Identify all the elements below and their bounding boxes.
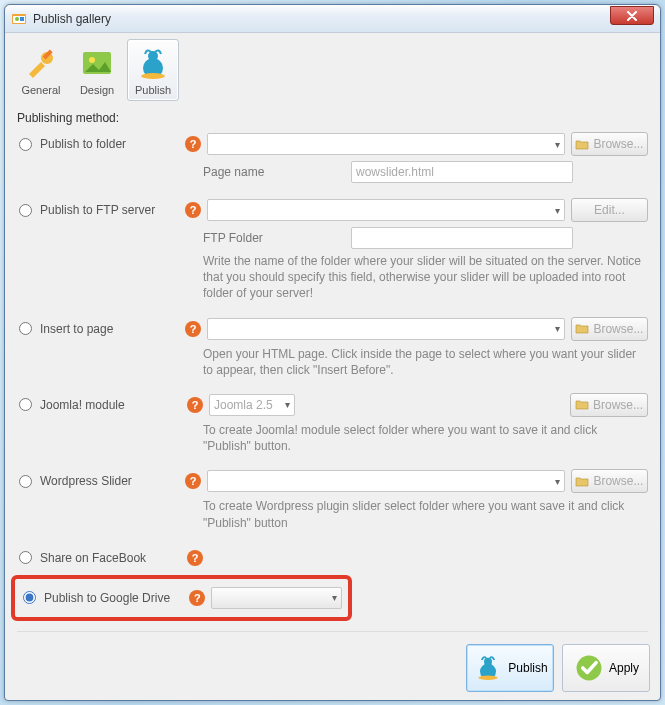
radio-folder-label: Publish to folder (40, 137, 126, 151)
footer-buttons: Publish Apply (466, 644, 650, 692)
page-name-label: Page name (203, 165, 343, 179)
wrench-icon (23, 46, 59, 82)
gdrive-combo[interactable]: ▾ (211, 587, 342, 609)
tab-general[interactable]: General (15, 39, 67, 101)
folder-icon (575, 139, 589, 150)
browse-wordpress-button[interactable]: Browse... (571, 469, 648, 493)
radio-folder[interactable] (19, 138, 32, 151)
publish-mascot-icon (135, 46, 171, 82)
radio-facebook-label: Share on FaceBook (40, 551, 146, 565)
radio-gdrive-label: Publish to Google Drive (44, 591, 170, 605)
help-icon[interactable]: ? (185, 321, 201, 337)
radio-wordpress-label: Wordpress Slider (40, 474, 132, 488)
tab-label: Publish (135, 84, 171, 96)
radio-joomla[interactable] (19, 398, 32, 411)
divider (17, 631, 648, 632)
ftp-server-combo[interactable]: ▾ (207, 199, 565, 221)
help-icon[interactable]: ? (187, 550, 203, 566)
radio-ftp-label: Publish to FTP server (40, 203, 155, 217)
publish-mascot-icon (472, 652, 504, 684)
method-gdrive-row: Publish to Google Drive ? ▾ (21, 585, 342, 611)
ftp-hint: Write the name of the folder where your … (203, 253, 648, 302)
tab-publish[interactable]: Publish (127, 39, 179, 101)
wordpress-combo[interactable]: ▾ (207, 470, 565, 492)
folder-path-combo[interactable]: ▾ (207, 133, 565, 155)
browse-insert-button[interactable]: Browse... (571, 317, 648, 341)
method-wordpress-row: Wordpress Slider ? ▾ Browse... (17, 468, 648, 494)
help-icon[interactable]: ? (189, 590, 205, 606)
insert-page-combo[interactable]: ▾ (207, 318, 565, 340)
tab-label: Design (80, 84, 114, 96)
titlebar: Publish gallery (5, 5, 660, 33)
ftp-folder-label: FTP Folder (203, 231, 343, 245)
wordpress-hint: To create Wordpress plugin slider select… (203, 498, 648, 530)
help-icon[interactable]: ? (185, 136, 201, 152)
help-icon[interactable]: ? (185, 473, 201, 489)
joomla-hint: To create Joomla! module select folder w… (203, 422, 648, 454)
tab-design[interactable]: Design (71, 39, 123, 101)
tab-label: General (21, 84, 60, 96)
radio-ftp[interactable] (19, 204, 32, 217)
method-folder-row: Publish to folder ? ▾ Browse... (17, 131, 648, 157)
folder-icon (575, 399, 589, 410)
page-name-input[interactable] (351, 161, 573, 183)
help-icon[interactable]: ? (185, 202, 201, 218)
check-circle-icon (573, 652, 605, 684)
method-ftp-row: Publish to FTP server ? ▾ Edit... (17, 197, 648, 223)
app-icon (11, 11, 27, 27)
radio-facebook[interactable] (19, 551, 32, 564)
joomla-version-combo[interactable]: Joomla 2.5▾ (209, 394, 295, 416)
help-icon[interactable]: ? (187, 397, 203, 413)
svg-point-12 (484, 658, 492, 666)
browse-folder-button[interactable]: Browse... (571, 132, 648, 156)
method-facebook-row: Share on FaceBook ? (17, 545, 648, 571)
browse-joomla-button[interactable]: Browse... (570, 393, 648, 417)
content-area: Publishing method: Publish to folder ? ▾… (5, 101, 660, 638)
svg-point-9 (148, 51, 158, 61)
section-label: Publishing method: (17, 111, 648, 125)
svg-point-7 (89, 57, 95, 63)
method-joomla-row: Joomla! module ? Joomla 2.5▾ Browse... (17, 392, 648, 418)
radio-joomla-label: Joomla! module (40, 398, 125, 412)
radio-insert-label: Insert to page (40, 322, 113, 336)
folder-icon (575, 476, 589, 487)
svg-point-10 (141, 73, 165, 79)
window-title: Publish gallery (33, 12, 610, 26)
method-insert-row: Insert to page ? ▾ Browse... (17, 316, 648, 342)
publish-button[interactable]: Publish (466, 644, 554, 692)
svg-point-13 (479, 676, 499, 680)
highlight-box: Publish to Google Drive ? ▾ (11, 575, 352, 621)
dialog-window: Publish gallery General Design Publish P… (4, 4, 661, 701)
picture-icon (79, 46, 115, 82)
tab-strip: General Design Publish (5, 33, 660, 101)
folder-icon (575, 323, 589, 334)
radio-wordpress[interactable] (19, 475, 32, 488)
svg-rect-3 (20, 17, 24, 21)
insert-hint: Open your HTML page. Click inside the pa… (203, 346, 648, 378)
svg-point-2 (15, 17, 19, 21)
radio-insert[interactable] (19, 322, 32, 335)
close-button[interactable] (610, 6, 654, 25)
radio-gdrive[interactable] (23, 591, 36, 604)
apply-button[interactable]: Apply (562, 644, 650, 692)
edit-ftp-button[interactable]: Edit... (571, 198, 648, 222)
ftp-folder-input[interactable] (351, 227, 573, 249)
